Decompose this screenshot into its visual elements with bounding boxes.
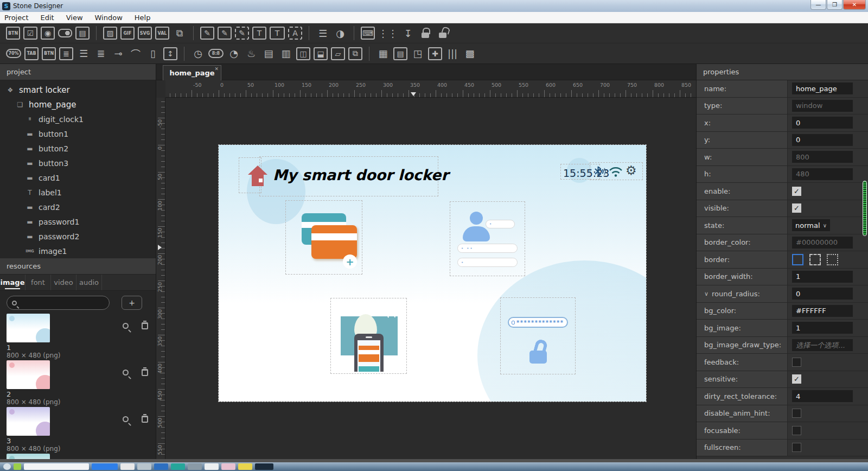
column-layout-widget-icon[interactable]: ▥ bbox=[279, 47, 293, 61]
button-widget-icon[interactable]: BTN bbox=[6, 27, 20, 40]
vertical-scrollbar-widget-icon[interactable]: ▯ bbox=[146, 47, 160, 61]
list-view-widget-icon[interactable]: ☰ bbox=[76, 47, 91, 61]
gear-icon[interactable]: ⚙ bbox=[626, 164, 637, 177]
table-widget-icon[interactable]: ▦ bbox=[376, 47, 390, 61]
properties-scrollbar[interactable] bbox=[863, 181, 867, 236]
view-pager-widget-icon[interactable]: ◫ bbox=[296, 47, 310, 60]
card2-user-login[interactable]: • • •• • bbox=[452, 203, 523, 274]
tree-item-digit_clock1[interactable]: ⠿digit_clock1 bbox=[0, 112, 156, 126]
menu-window[interactable]: Window bbox=[95, 14, 123, 22]
clipboard-list-widget-icon[interactable]: ▤ bbox=[393, 47, 407, 60]
preview-icon[interactable] bbox=[123, 416, 129, 422]
vertical-range-widget-icon[interactable]: ↕ bbox=[163, 47, 177, 60]
taskbar-item-12[interactable] bbox=[238, 463, 252, 470]
prop-sensitive-checkbox[interactable]: ✓ bbox=[792, 374, 801, 384]
gauge-widget-icon[interactable]: ◔ bbox=[227, 47, 241, 61]
resource-thumbnail[interactable] bbox=[7, 314, 50, 342]
add-resource-button[interactable]: + bbox=[122, 296, 142, 310]
delete-icon[interactable] bbox=[142, 416, 148, 423]
tree-item-button1[interactable]: ▬button1 bbox=[0, 126, 156, 141]
taskbar-item-8[interactable] bbox=[171, 463, 185, 470]
checkbox-widget-icon[interactable]: ☑ bbox=[23, 27, 37, 40]
taskbar-item-6[interactable] bbox=[137, 463, 151, 470]
gif-image-widget-icon[interactable]: GIF bbox=[120, 27, 135, 40]
text-selector-widget-icon[interactable]: T bbox=[270, 27, 285, 40]
move-widget-icon[interactable]: ✚ bbox=[428, 47, 442, 60]
vertical-sliders-widget-icon[interactable]: ⋮⋮ bbox=[378, 26, 398, 40]
tree-item-card1[interactable]: ▬card1 bbox=[0, 170, 156, 185]
resource-thumbnail[interactable] bbox=[7, 407, 50, 436]
svg-image-widget-icon[interactable]: SVG bbox=[138, 27, 152, 40]
image-sequence-widget-icon[interactable]: ⧉ bbox=[173, 26, 187, 40]
tree-item-card2[interactable]: ▬card2 bbox=[0, 200, 156, 214]
design-canvas[interactable]: My smart door locker 15:55:23 ⚙ bbox=[219, 145, 646, 402]
taskbar-item-13[interactable] bbox=[255, 463, 273, 470]
tree-item-password1[interactable]: ▬password1 bbox=[0, 214, 156, 229]
toggle-widget-icon[interactable] bbox=[58, 26, 72, 40]
card4-password-unlock[interactable]: ************* bbox=[502, 300, 573, 372]
curve-slider-widget-icon[interactable]: ⌒ bbox=[129, 47, 143, 61]
border-style-button-2[interactable] bbox=[809, 254, 821, 265]
prop-fullscreen-checkbox[interactable] bbox=[792, 443, 801, 452]
prop-feedback-checkbox[interactable] bbox=[792, 358, 801, 367]
delete-icon[interactable] bbox=[142, 369, 148, 376]
lock-widget-icon[interactable] bbox=[418, 26, 432, 40]
wifi-icon[interactable] bbox=[609, 167, 623, 177]
close-button[interactable]: ✕ bbox=[843, 0, 866, 10]
edit-widget-icon[interactable]: ✎ bbox=[200, 27, 214, 40]
thermometer-widget-icon[interactable]: ♨ bbox=[244, 47, 258, 61]
prop-bg_image-field[interactable]: 1 bbox=[792, 322, 853, 334]
page-title[interactable]: My smart door locker bbox=[273, 167, 449, 183]
prop-bg_color-field[interactable]: #FFFFFF bbox=[792, 305, 853, 317]
menu-edit[interactable]: Edit bbox=[40, 14, 54, 22]
art-text-widget-icon[interactable]: A bbox=[288, 27, 302, 40]
resource-image-item[interactable]: 3800 × 480 (png) bbox=[0, 406, 156, 453]
taskbar-item-5[interactable] bbox=[120, 463, 135, 470]
tree-item-smart-locker[interactable]: ❖smart locker bbox=[0, 82, 156, 97]
tree-item-label1[interactable]: Tlabel1 bbox=[0, 185, 156, 200]
bluetooth-icon[interactable] bbox=[593, 164, 606, 179]
restore-button[interactable]: ❐ bbox=[827, 0, 843, 10]
prop-dirty_rect_tolerance-field[interactable]: 4 bbox=[792, 390, 853, 402]
qrcode-widget-icon[interactable]: ▩ bbox=[463, 47, 477, 61]
tree-item-home_page[interactable]: ❏home_page bbox=[0, 97, 156, 112]
preview-icon[interactable] bbox=[123, 370, 129, 375]
prop-border_width-field[interactable]: 1 bbox=[792, 271, 853, 283]
home-icon[interactable] bbox=[247, 164, 269, 187]
tab-close-icon[interactable]: ✕ bbox=[214, 66, 219, 72]
chevron-down-icon[interactable]: ∨ bbox=[704, 290, 709, 297]
menu-project[interactable]: Project bbox=[4, 14, 28, 22]
minimize-button[interactable]: — bbox=[810, 0, 826, 10]
multiline-edit-widget-icon[interactable]: ✎ bbox=[218, 27, 232, 40]
masked-edit-widget-icon[interactable]: ✎ bbox=[235, 27, 249, 40]
resource-thumbnail[interactable] bbox=[7, 360, 50, 389]
page-indicator-widget-icon[interactable]: ▱ bbox=[331, 47, 345, 60]
tree-item-password2[interactable]: ▬password2 bbox=[0, 229, 156, 244]
ordered-list-widget-icon[interactable]: ≣ bbox=[94, 47, 108, 61]
prop-y-field[interactable]: 0 bbox=[792, 134, 853, 146]
delete-icon[interactable] bbox=[142, 322, 148, 329]
tab-font[interactable]: font bbox=[25, 275, 51, 290]
resource-image-item[interactable]: 4800 × 480 (png) bbox=[0, 453, 156, 459]
taskbar-item-4[interactable] bbox=[92, 463, 118, 470]
tree-view-widget-icon[interactable]: ≣ bbox=[59, 47, 73, 60]
barcode-widget-icon[interactable]: ||| bbox=[445, 47, 459, 61]
preview-icon[interactable] bbox=[123, 323, 129, 329]
value-image-widget-icon[interactable]: VAL bbox=[155, 27, 169, 40]
label-widget-icon[interactable]: T bbox=[252, 27, 266, 40]
tree-item-image1[interactable]: IMGimage1 bbox=[0, 244, 156, 258]
ruler-marker-horizontal[interactable] bbox=[411, 92, 416, 96]
row-layout-widget-icon[interactable]: ▤ bbox=[261, 47, 276, 61]
tab-home-page[interactable]: home_page ✕ bbox=[163, 65, 221, 80]
slider-widget-icon[interactable]: ⊸ bbox=[111, 47, 125, 61]
taskbar-item-10[interactable] bbox=[205, 463, 219, 470]
card3-phone-unlock[interactable] bbox=[333, 300, 405, 372]
combobox-widget-icon[interactable]: ▤ bbox=[75, 27, 90, 40]
prop-round_radius-field[interactable]: 0 bbox=[792, 288, 853, 300]
contrast-widget-icon[interactable]: ◑ bbox=[333, 26, 347, 40]
page-button-widget-icon[interactable]: BTN bbox=[42, 47, 56, 60]
progress-bar-widget-icon[interactable]: 70% bbox=[6, 49, 21, 58]
taskbar-item-11[interactable] bbox=[221, 463, 235, 470]
border-style-button-1[interactable] bbox=[792, 254, 803, 265]
resource-thumbnail[interactable] bbox=[7, 454, 50, 459]
